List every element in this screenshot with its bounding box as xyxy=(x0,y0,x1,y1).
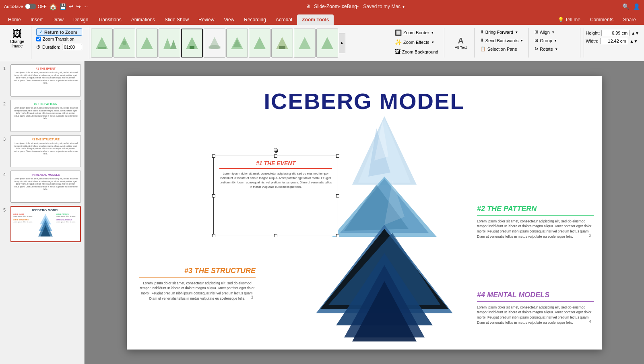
tab-design[interactable]: Design xyxy=(68,14,93,25)
zoom-thumb-7[interactable] xyxy=(226,29,248,58)
tab-review[interactable]: Review xyxy=(194,14,219,25)
group-button[interactable]: ⊡ Group ▾ xyxy=(532,37,577,44)
align-chevron: ▾ xyxy=(552,30,554,34)
autosave-toggle[interactable]: AutoSave OFF xyxy=(4,4,47,9)
zoom-thumb-4[interactable] xyxy=(159,29,180,58)
return-to-zoom-button[interactable]: ✓ Return to Zoom xyxy=(36,28,82,36)
slide-canvas: ICEBERG MODEL xyxy=(127,76,602,350)
search-icon[interactable]: 🔍 xyxy=(622,3,629,10)
slide-item-5[interactable]: 5 ICEBERG MODEL #1 THE EVENT Lorem ipsum… xyxy=(3,206,81,242)
slide-item-1[interactable]: 1 #1 THE EVENT Lorem ipsum dolor sit ame… xyxy=(3,64,81,97)
handle-bl[interactable] xyxy=(212,234,215,237)
rotate-button[interactable]: ↻ Rotate ▾ xyxy=(532,45,577,53)
autosave-knob xyxy=(25,4,30,9)
slide-2-text: Lorem ipsum dolor sit amet, consectetur … xyxy=(13,107,78,120)
handle-mr[interactable] xyxy=(336,194,339,197)
redo-icon[interactable]: ↪ xyxy=(76,3,81,10)
zoom-selection-box[interactable]: ⊕ #1 THE EVENT Lorem ipsum dolor sit ame… xyxy=(213,156,338,236)
tab-insert[interactable]: Insert xyxy=(26,14,47,25)
tab-animations[interactable]: Animations xyxy=(126,14,160,25)
structure-section: #3 THE STRUCTURE Lorem ipsum dolor sit a… xyxy=(139,267,256,301)
zoom-thumb-8[interactable] xyxy=(249,29,270,58)
selection-pane-label: Selection Pane xyxy=(487,47,517,51)
zoom-scroll-right[interactable]: ▸ xyxy=(339,33,345,53)
zoom-transition-check[interactable]: Zoom Transition xyxy=(36,37,82,41)
width-spinner[interactable]: ▲▼ xyxy=(630,39,638,43)
slide-item-2[interactable]: 2 #2 THE PATTERN Lorem ipsum dolor sit a… xyxy=(3,100,81,132)
handle-ml[interactable] xyxy=(212,194,215,197)
zoom-thumb-5[interactable] xyxy=(181,29,203,58)
ribbon: 🖼 Change Image ✓ Return to Zoom Zoom Tra… xyxy=(0,25,644,61)
slide-item-4[interactable]: 4 #4 MENTAL MODELS Lorem ipsum dolor sit… xyxy=(3,171,81,203)
svg-marker-6 xyxy=(170,40,177,49)
bring-forward-chevron: ▾ xyxy=(516,30,518,34)
titlebar-right: 🔍 👤 xyxy=(622,3,640,10)
alt-text-button[interactable]: A Alt Text xyxy=(451,35,471,51)
tab-draw[interactable]: Draw xyxy=(47,14,68,25)
more-icon[interactable]: ··· xyxy=(83,3,88,10)
tab-view[interactable]: View xyxy=(219,14,239,25)
send-backward-button[interactable]: ⬇ Send Backwards ▾ xyxy=(478,37,526,44)
autosave-switch[interactable] xyxy=(25,4,36,9)
tab-zoom-tools[interactable]: Zoom Tools xyxy=(297,14,334,25)
save-icon[interactable]: 💾 xyxy=(60,3,66,10)
handle-br[interactable] xyxy=(336,234,339,237)
width-label: Width: xyxy=(586,39,598,43)
slide-thumbnail-2[interactable]: #2 THE PATTERN Lorem ipsum dolor sit ame… xyxy=(10,100,81,132)
handle-bm[interactable] xyxy=(274,234,277,237)
clock-icon: ⏱ xyxy=(36,45,41,49)
tab-slideshow[interactable]: Slide Show xyxy=(160,14,194,25)
rotate-chevron: ▾ xyxy=(555,47,557,51)
zoom-thumb-11[interactable] xyxy=(316,29,338,58)
zoom-thumb-1[interactable] xyxy=(91,29,113,58)
zoom-background-button[interactable]: 🖼 Zoom Background xyxy=(392,47,441,56)
change-image-button[interactable]: 🖼 Change Image xyxy=(7,27,27,50)
zoom-thumb-10[interactable] xyxy=(294,29,316,58)
slide-number-3: 3 xyxy=(3,135,8,142)
slide-main-title: ICEBERG MODEL xyxy=(127,76,602,114)
duration-input[interactable] xyxy=(62,44,82,50)
tab-recording[interactable]: Recording xyxy=(239,14,271,25)
height-spinner[interactable]: ▲▼ xyxy=(631,31,639,35)
svg-marker-4 xyxy=(141,37,153,49)
home-icon[interactable]: 🏠 xyxy=(49,3,57,10)
structure-title: #3 THE STRUCTURE xyxy=(139,267,256,278)
zoom-thumb-2[interactable] xyxy=(114,29,135,58)
handle-tm[interactable] xyxy=(274,154,277,158)
svg-rect-1 xyxy=(98,47,106,49)
slide-number-1: 1 xyxy=(3,64,8,71)
zoom-border-chevron: ▾ xyxy=(431,31,433,35)
slide-2-title: #2 THE PATTERN xyxy=(13,103,78,105)
share-button[interactable]: Share xyxy=(618,14,641,25)
zoom-transition-checkbox[interactable] xyxy=(36,37,41,41)
undo-icon[interactable]: ↩ xyxy=(69,3,74,10)
width-input[interactable] xyxy=(600,38,628,44)
canvas-area[interactable]: ICEBERG MODEL xyxy=(85,61,644,364)
zoom-background-label: Zoom Background xyxy=(402,49,438,54)
handle-tl[interactable] xyxy=(212,154,215,158)
bring-forward-button[interactable]: ⬆ Bring Forward ▾ xyxy=(478,28,526,36)
bring-forward-label: Bring Forward xyxy=(485,30,513,35)
handle-tr[interactable] xyxy=(336,154,339,158)
zoom-rotate-handle[interactable]: ⊕ xyxy=(274,148,278,152)
align-button[interactable]: ⊞ Align ▾ xyxy=(532,28,577,36)
tab-home[interactable]: Home xyxy=(3,14,26,25)
zoom-border-button[interactable]: 🔲 Zoom Border ▾ xyxy=(392,28,441,37)
slide-thumbnail-1[interactable]: #1 THE EVENT Lorem ipsum dolor sit amet,… xyxy=(10,64,81,97)
tab-acrobat[interactable]: Acrobat xyxy=(271,14,297,25)
zoom-thumb-6[interactable] xyxy=(204,29,225,58)
zoom-thumb-3[interactable] xyxy=(136,29,158,58)
slide-panel: 1 #1 THE EVENT Lorem ipsum dolor sit ame… xyxy=(0,61,85,364)
selection-pane-button[interactable]: 📋 Selection Pane xyxy=(478,45,526,53)
zoom-thumb-9[interactable] xyxy=(271,29,293,58)
zoom-effects-button[interactable]: ✨ Zoom Effects ▾ xyxy=(392,38,441,47)
height-input[interactable] xyxy=(601,30,630,36)
slide-thumbnail-5[interactable]: ICEBERG MODEL #1 THE EVENT Lorem ipsum d… xyxy=(10,206,81,242)
slide-item-3[interactable]: 3 #3 THE STRUCTURE Lorem ipsum dolor sit… xyxy=(3,135,81,167)
tab-tell-me[interactable]: 💡 Tell me xyxy=(553,14,585,25)
slide-thumbnail-4[interactable]: #4 MENTAL MODELS Lorem ipsum dolor sit a… xyxy=(10,171,81,203)
account-icon[interactable]: 👤 xyxy=(633,3,640,10)
slide-thumbnail-3[interactable]: #3 THE STRUCTURE Lorem ipsum dolor sit a… xyxy=(10,135,81,167)
comments-button[interactable]: Comments xyxy=(585,14,618,25)
tab-transitions[interactable]: Transitions xyxy=(93,14,126,25)
